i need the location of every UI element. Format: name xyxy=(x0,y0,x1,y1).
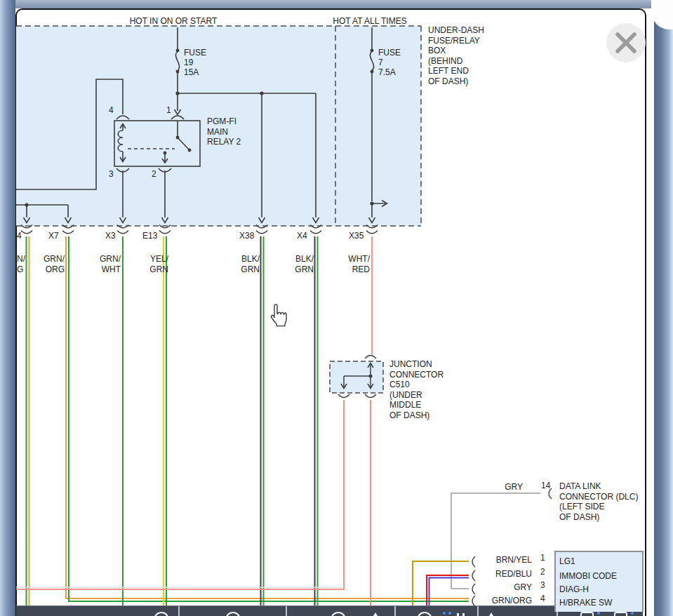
fuse-7-title: FUSE xyxy=(378,48,401,58)
arrow-up-icon[interactable] xyxy=(486,612,497,616)
fuse-7-number: 7 xyxy=(378,58,383,68)
columns-icon[interactable] xyxy=(457,613,459,616)
pin-destination: LG1 xyxy=(559,556,575,567)
relay-pin-1: 1 xyxy=(166,105,171,116)
wire-color-label: BLK/ GRN xyxy=(218,254,260,274)
connector-id: E13 xyxy=(142,231,157,241)
connector-id: X38 xyxy=(239,231,254,241)
dot-icon[interactable] xyxy=(443,612,446,615)
ring-icon[interactable] xyxy=(417,612,432,616)
fusebox-note: UNDER-DASH FUSE/RELAY BOX (BEHIND LEFT E… xyxy=(428,25,484,86)
wire-color-label: WHT/ RED xyxy=(328,254,370,274)
connector-id: X7 xyxy=(48,231,59,241)
relay-pin-2: 2 xyxy=(152,169,156,180)
pin-wire-label: BRN/YEL xyxy=(483,555,532,565)
hot-at-all-times-label: HOT AT ALL TIMES xyxy=(317,16,422,27)
relay-pin-3: 3 xyxy=(109,169,114,180)
dot-icon[interactable] xyxy=(597,612,600,615)
wire-color-label: GRN/ ORG xyxy=(22,254,65,274)
pin-number: 3 xyxy=(540,580,545,591)
fuse-19-number: 19 xyxy=(184,58,193,68)
dot-icon[interactable] xyxy=(631,612,634,615)
close-x-icon xyxy=(606,23,646,62)
connector-id: X4 xyxy=(297,231,307,241)
bottom-toolbar xyxy=(16,605,643,616)
fuse-7-rating: 7.5A xyxy=(378,67,396,78)
hot-in-on-or-start-label: HOT IN ON OR START xyxy=(121,16,226,27)
pin-wire-label: RED/BLU xyxy=(483,569,532,580)
pin-destination: IMMOBI CODE xyxy=(559,571,617,582)
pin-destination: DIAG-H xyxy=(559,584,589,595)
toolbar-divider xyxy=(178,606,180,616)
pin-number: 4 xyxy=(540,594,545,604)
pin-number: 2 xyxy=(540,567,545,577)
wire-color-label: BLK/ GRN xyxy=(272,254,314,274)
dot-icon[interactable] xyxy=(448,612,451,615)
dlc-pin-number: 14 xyxy=(541,481,550,491)
dlc-wire-label: GRY xyxy=(491,482,523,493)
square-icon[interactable] xyxy=(614,612,627,616)
diagram-popup-window xyxy=(15,8,646,616)
pin-destination: H/BRAKE SW xyxy=(559,598,612,608)
connector-id: X3 xyxy=(105,231,116,241)
circle-icon[interactable] xyxy=(331,612,346,616)
wiring-diagram-viewer: HOT IN ON OR START HOT AT ALL TIMES FUSE… xyxy=(0,0,673,616)
toolbar-divider xyxy=(394,606,396,616)
pin-wire-label: GRY xyxy=(483,582,532,593)
pin-number: 1 xyxy=(540,553,545,563)
fuse-19-rating: 15A xyxy=(184,67,199,78)
wire-color-label: YEL/ GRN xyxy=(126,254,168,274)
toolbar-divider xyxy=(286,606,287,616)
triangle-up-icon[interactable] xyxy=(370,612,381,616)
circle-icon[interactable] xyxy=(225,612,241,616)
background-left-strip xyxy=(0,0,15,616)
relay-pin-4: 4 xyxy=(109,105,114,116)
columns-icon[interactable] xyxy=(462,613,465,616)
background-top-band xyxy=(0,0,673,8)
background-right-strip xyxy=(654,0,673,616)
circle-icon[interactable] xyxy=(154,612,169,616)
dlc-note: DATA LINK CONNECTOR (DLC) (LEFT SIDE OF … xyxy=(559,481,638,522)
wire-color-label: GRN/ WHT xyxy=(79,254,121,274)
relay-name-label: PGM-FI MAIN RELAY 2 xyxy=(207,116,241,147)
fuse-19-title: FUSE xyxy=(184,48,206,58)
junction-connector-note: JUNCTION CONNECTOR C510 (UNDER MIDDLE OF… xyxy=(389,359,444,420)
connector-id: X35 xyxy=(349,231,364,241)
toolbar-divider xyxy=(477,606,479,616)
close-button[interactable] xyxy=(606,23,646,62)
pin-wire-label: GRN/ORG xyxy=(483,596,532,606)
square-icon[interactable] xyxy=(580,612,594,616)
connector-id: 4 xyxy=(17,231,22,241)
